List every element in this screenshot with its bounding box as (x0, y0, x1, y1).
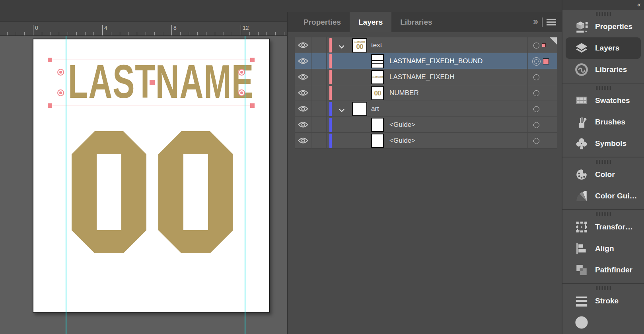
dock-item-label: Swatches (595, 96, 630, 105)
layer-name[interactable]: art (371, 105, 379, 113)
target-circle-icon[interactable] (533, 122, 539, 128)
layer-row-text[interactable]: LASTNAME00text (295, 37, 557, 53)
dock-item-symbols[interactable]: Symbols (566, 133, 641, 154)
target-circle-icon[interactable] (533, 74, 539, 80)
lock-cell[interactable] (311, 85, 327, 101)
jersey-number-zero-1[interactable] (72, 131, 146, 253)
layer-row-art[interactable]: art (295, 101, 557, 117)
layer-thumbnail-blank[interactable] (371, 134, 384, 148)
panel-dock-sidebar: ‹‹ PropertiesLayersLibrariesSwatchesBrus… (562, 0, 644, 334)
layer-row-number[interactable]: 00NUMBER (295, 85, 557, 101)
layer-name[interactable]: <Guide> (389, 121, 415, 129)
dock-item-stroke[interactable]: Stroke (566, 290, 641, 312)
tab-properties[interactable]: Properties (295, 12, 350, 32)
target-circle-icon[interactable] (533, 106, 539, 112)
horizontal-ruler[interactable]: 04812 (0, 22, 287, 36)
layer-name[interactable]: LASTNAME_FIXEDH (389, 73, 454, 81)
expand-toggle[interactable] (339, 43, 345, 50)
jersey-number-zero-2[interactable] (158, 131, 233, 253)
eye-visibility-icon[interactable] (298, 89, 308, 96)
dock-item-libraries[interactable]: Libraries (566, 59, 641, 80)
lock-cell[interactable] (311, 37, 327, 53)
layer-thumbnail-lastname[interactable]: LASTNAME (371, 70, 384, 84)
layer-row-guide[interactable]: <Guide> (295, 117, 557, 133)
dock-item-transfor[interactable]: Transfor… (566, 216, 641, 238)
section-grip-handle[interactable] (562, 284, 644, 290)
section-grip-handle[interactable] (562, 157, 644, 164)
selection-center-anchor[interactable] (150, 80, 155, 85)
live-shape-corner-widget[interactable] (57, 89, 64, 96)
visibility-cell[interactable] (295, 37, 311, 53)
visibility-cell[interactable] (295, 69, 311, 85)
expand-chevron-icon[interactable] (339, 45, 345, 49)
layer-name[interactable]: <Guide> (389, 137, 415, 145)
layer-row-guide[interactable]: <Guide> (295, 133, 557, 149)
target-cell (527, 53, 557, 69)
section-grip-handle[interactable] (562, 84, 644, 90)
ruler-tick (76, 32, 77, 35)
target-circle-icon[interactable] (533, 43, 539, 49)
dock-item-color[interactable]: Color (566, 164, 641, 185)
layer-thumbnail-blank[interactable] (371, 118, 384, 132)
dock-item-pathfinder[interactable]: Pathfinder (566, 259, 641, 281)
lock-cell[interactable] (311, 101, 327, 117)
layer-row-lastname-fixedh[interactable]: LASTNAMELASTNAME_FIXEDH (295, 69, 557, 85)
eye-visibility-icon[interactable] (298, 105, 308, 112)
dock-item-brushes[interactable]: Brushes (566, 111, 641, 133)
expand-chevron-icon[interactable] (339, 108, 345, 113)
panel-menu-icon[interactable] (547, 19, 556, 27)
collapse-dock-icon[interactable]: ‹‹ (637, 2, 640, 8)
eye-visibility-icon[interactable] (298, 58, 308, 64)
visibility-cell[interactable] (295, 53, 311, 69)
layer-color-bar (329, 38, 332, 52)
layer-thumbnail-number[interactable]: 00 (371, 86, 384, 100)
dock-item-color-gui[interactable]: Color Gui… (566, 185, 641, 207)
expand-toggle[interactable] (339, 107, 345, 114)
tab-libraries[interactable]: Libraries (391, 12, 441, 32)
selection-corner-handle[interactable] (250, 58, 255, 62)
tab-layers[interactable]: Layers (350, 12, 391, 32)
layer-thumbnail-blank[interactable] (352, 102, 367, 116)
selection-corner-handle[interactable] (48, 58, 52, 62)
layer-thumbnail-bound[interactable] (371, 54, 384, 68)
dock-item-gradient[interactable] (566, 312, 641, 333)
eye-visibility-icon[interactable] (298, 121, 308, 128)
dock-item-swatches[interactable]: Swatches (566, 90, 641, 111)
visibility-cell[interactable] (295, 101, 311, 117)
target-circle-icon[interactable] (533, 138, 539, 144)
layer-row-lastname-fixedh-bound[interactable]: LASTNAME_FIXEDH_BOUND (295, 53, 557, 69)
dock-item-layers[interactable]: Layers (566, 37, 641, 59)
layer-name[interactable]: text (371, 41, 382, 49)
visibility-cell[interactable] (295, 133, 311, 149)
layer-color-bar (329, 54, 332, 68)
libraries-icon (574, 62, 589, 77)
selection-corner-handle[interactable] (48, 103, 52, 108)
eye-visibility-icon[interactable] (298, 137, 308, 144)
visibility-cell[interactable] (295, 85, 311, 101)
dock-item-properties[interactable]: Properties (566, 16, 641, 37)
visibility-cell[interactable] (295, 117, 311, 133)
eye-visibility-icon[interactable] (298, 74, 308, 80)
lock-cell[interactable] (311, 69, 327, 85)
lock-cell[interactable] (311, 53, 327, 69)
selection-corner-handle[interactable] (250, 103, 255, 108)
live-shape-corner-widget[interactable] (57, 69, 64, 76)
layer-name[interactable]: LASTNAME_FIXEDH_BOUND (389, 57, 483, 65)
live-shape-corner-widget[interactable] (238, 89, 245, 96)
panel-corner-triangle (550, 37, 557, 45)
lock-cell[interactable] (311, 117, 327, 133)
lock-cell[interactable] (311, 133, 327, 149)
section-grip-handle[interactable] (562, 10, 644, 16)
target-circle-icon[interactable] (533, 90, 539, 96)
vertical-guide-left[interactable] (66, 36, 66, 334)
layer-name[interactable]: NUMBER (389, 89, 419, 97)
vertical-guide-right[interactable] (245, 36, 245, 334)
layer-thumbnail-jersey[interactable]: LASTNAME00 (352, 38, 367, 52)
ruler-tick (180, 32, 181, 35)
eye-visibility-icon[interactable] (298, 42, 308, 49)
dock-item-align[interactable]: Align (566, 238, 641, 259)
panel-overflow-icon[interactable]: ›› (533, 16, 537, 27)
section-grip-handle[interactable] (562, 210, 644, 216)
target-circle-icon[interactable] (532, 57, 541, 66)
live-shape-corner-widget[interactable] (238, 69, 245, 76)
